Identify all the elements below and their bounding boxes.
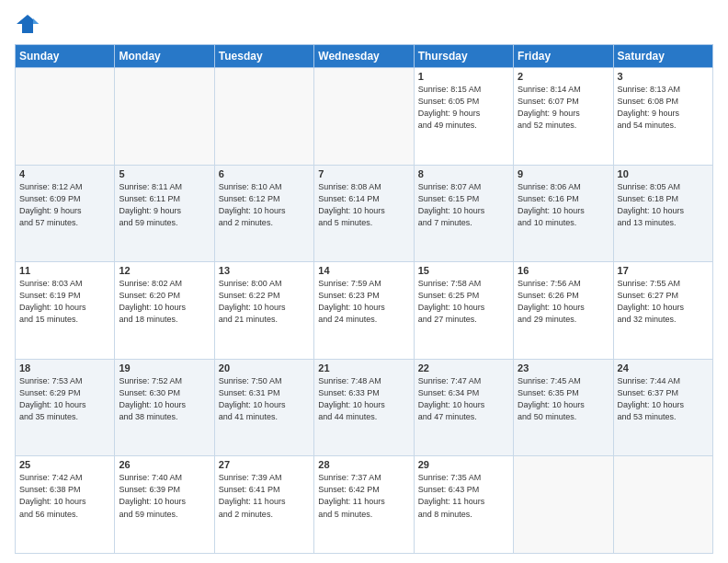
day-number: 21 xyxy=(318,362,409,373)
week-row-2: 11Sunrise: 8:03 AMSunset: 6:19 PMDayligh… xyxy=(16,262,713,360)
day-number: 28 xyxy=(318,459,409,470)
calendar-cell xyxy=(314,68,414,166)
day-info: Sunrise: 7:37 AMSunset: 6:42 PMDaylight:… xyxy=(318,472,409,520)
svg-marker-1 xyxy=(33,18,39,24)
week-row-0: 1Sunrise: 8:15 AMSunset: 6:05 PMDaylight… xyxy=(16,68,713,166)
day-number: 8 xyxy=(418,168,509,179)
day-number: 24 xyxy=(618,362,709,373)
calendar-cell xyxy=(514,456,613,554)
day-number: 17 xyxy=(618,265,709,276)
day-number: 1 xyxy=(418,71,509,82)
header xyxy=(15,11,713,37)
weekday-header-thursday: Thursday xyxy=(414,45,513,68)
day-number: 12 xyxy=(119,265,210,276)
calendar-cell: 18Sunrise: 7:53 AMSunset: 6:29 PMDayligh… xyxy=(16,359,115,456)
logo-icon xyxy=(15,11,40,37)
weekday-header-saturday: Saturday xyxy=(613,45,712,68)
day-info: Sunrise: 8:12 AMSunset: 6:09 PMDaylight:… xyxy=(19,181,110,229)
day-number: 23 xyxy=(518,362,609,373)
day-number: 27 xyxy=(219,459,310,470)
calendar-cell xyxy=(115,68,214,166)
day-number: 15 xyxy=(418,265,509,276)
day-number: 19 xyxy=(119,362,210,373)
day-info: Sunrise: 7:58 AMSunset: 6:25 PMDaylight:… xyxy=(418,278,509,326)
calendar-cell: 3Sunrise: 8:13 AMSunset: 6:08 PMDaylight… xyxy=(613,68,712,166)
day-number: 11 xyxy=(19,265,110,276)
calendar-cell xyxy=(613,456,712,554)
calendar-cell: 20Sunrise: 7:50 AMSunset: 6:31 PMDayligh… xyxy=(214,359,313,456)
day-info: Sunrise: 7:45 AMSunset: 6:35 PMDaylight:… xyxy=(518,375,609,423)
day-number: 7 xyxy=(318,168,409,179)
day-info: Sunrise: 7:40 AMSunset: 6:39 PMDaylight:… xyxy=(119,472,210,520)
calendar-cell: 2Sunrise: 8:14 AMSunset: 6:07 PMDaylight… xyxy=(514,68,613,166)
calendar-cell: 17Sunrise: 7:55 AMSunset: 6:27 PMDayligh… xyxy=(613,262,712,360)
calendar-cell: 14Sunrise: 7:59 AMSunset: 6:23 PMDayligh… xyxy=(314,262,414,360)
weekday-header-sunday: Sunday xyxy=(16,45,115,68)
calendar-cell: 29Sunrise: 7:35 AMSunset: 6:43 PMDayligh… xyxy=(414,456,513,554)
calendar-cell: 15Sunrise: 7:58 AMSunset: 6:25 PMDayligh… xyxy=(414,262,513,360)
calendar-cell: 1Sunrise: 8:15 AMSunset: 6:05 PMDaylight… xyxy=(414,68,513,166)
day-info: Sunrise: 8:10 AMSunset: 6:12 PMDaylight:… xyxy=(219,181,310,229)
week-row-3: 18Sunrise: 7:53 AMSunset: 6:29 PMDayligh… xyxy=(16,359,713,456)
day-info: Sunrise: 7:42 AMSunset: 6:38 PMDaylight:… xyxy=(19,472,110,520)
day-number: 20 xyxy=(219,362,310,373)
day-number: 16 xyxy=(518,265,609,276)
day-number: 2 xyxy=(518,71,609,82)
calendar-cell: 22Sunrise: 7:47 AMSunset: 6:34 PMDayligh… xyxy=(414,359,513,456)
calendar-cell: 9Sunrise: 8:06 AMSunset: 6:16 PMDaylight… xyxy=(514,165,613,262)
day-number: 5 xyxy=(119,168,210,179)
calendar-cell: 16Sunrise: 7:56 AMSunset: 6:26 PMDayligh… xyxy=(514,262,613,360)
day-number: 13 xyxy=(219,265,310,276)
day-number: 6 xyxy=(219,168,310,179)
page: SundayMondayTuesdayWednesdayThursdayFrid… xyxy=(0,0,728,563)
day-info: Sunrise: 8:15 AMSunset: 6:05 PMDaylight:… xyxy=(418,84,509,132)
day-number: 10 xyxy=(618,168,709,179)
calendar-cell xyxy=(214,68,313,166)
day-info: Sunrise: 7:39 AMSunset: 6:41 PMDaylight:… xyxy=(219,472,310,520)
day-info: Sunrise: 8:13 AMSunset: 6:08 PMDaylight:… xyxy=(618,84,709,132)
day-number: 25 xyxy=(19,459,110,470)
calendar-cell: 19Sunrise: 7:52 AMSunset: 6:30 PMDayligh… xyxy=(115,359,214,456)
day-info: Sunrise: 8:05 AMSunset: 6:18 PMDaylight:… xyxy=(618,181,709,229)
day-number: 9 xyxy=(518,168,609,179)
day-info: Sunrise: 7:47 AMSunset: 6:34 PMDaylight:… xyxy=(418,375,509,423)
day-info: Sunrise: 8:14 AMSunset: 6:07 PMDaylight:… xyxy=(518,84,609,132)
calendar-cell: 6Sunrise: 8:10 AMSunset: 6:12 PMDaylight… xyxy=(214,165,313,262)
calendar-cell: 26Sunrise: 7:40 AMSunset: 6:39 PMDayligh… xyxy=(115,456,214,554)
calendar-cell: 13Sunrise: 8:00 AMSunset: 6:22 PMDayligh… xyxy=(214,262,313,360)
weekday-header-friday: Friday xyxy=(514,45,613,68)
day-number: 4 xyxy=(19,168,110,179)
day-info: Sunrise: 7:59 AMSunset: 6:23 PMDaylight:… xyxy=(318,278,409,326)
calendar-cell: 12Sunrise: 8:02 AMSunset: 6:20 PMDayligh… xyxy=(115,262,214,360)
day-info: Sunrise: 7:56 AMSunset: 6:26 PMDaylight:… xyxy=(518,278,609,326)
day-info: Sunrise: 8:08 AMSunset: 6:14 PMDaylight:… xyxy=(318,181,409,229)
day-info: Sunrise: 7:50 AMSunset: 6:31 PMDaylight:… xyxy=(219,375,310,423)
week-row-4: 25Sunrise: 7:42 AMSunset: 6:38 PMDayligh… xyxy=(16,456,713,554)
day-info: Sunrise: 8:11 AMSunset: 6:11 PMDaylight:… xyxy=(119,181,210,229)
day-info: Sunrise: 7:52 AMSunset: 6:30 PMDaylight:… xyxy=(119,375,210,423)
weekday-header-monday: Monday xyxy=(115,45,214,68)
day-info: Sunrise: 8:03 AMSunset: 6:19 PMDaylight:… xyxy=(19,278,110,326)
calendar-cell: 23Sunrise: 7:45 AMSunset: 6:35 PMDayligh… xyxy=(514,359,613,456)
weekday-header-row: SundayMondayTuesdayWednesdayThursdayFrid… xyxy=(16,45,713,68)
calendar-cell: 11Sunrise: 8:03 AMSunset: 6:19 PMDayligh… xyxy=(16,262,115,360)
day-info: Sunrise: 7:55 AMSunset: 6:27 PMDaylight:… xyxy=(618,278,709,326)
logo xyxy=(15,11,42,37)
calendar-cell: 4Sunrise: 8:12 AMSunset: 6:09 PMDaylight… xyxy=(16,165,115,262)
calendar-cell: 10Sunrise: 8:05 AMSunset: 6:18 PMDayligh… xyxy=(613,165,712,262)
calendar-cell: 25Sunrise: 7:42 AMSunset: 6:38 PMDayligh… xyxy=(16,456,115,554)
calendar-cell: 5Sunrise: 8:11 AMSunset: 6:11 PMDaylight… xyxy=(115,165,214,262)
calendar-cell: 24Sunrise: 7:44 AMSunset: 6:37 PMDayligh… xyxy=(613,359,712,456)
day-number: 22 xyxy=(418,362,509,373)
calendar-cell: 27Sunrise: 7:39 AMSunset: 6:41 PMDayligh… xyxy=(214,456,313,554)
day-info: Sunrise: 8:00 AMSunset: 6:22 PMDaylight:… xyxy=(219,278,310,326)
day-number: 14 xyxy=(318,265,409,276)
calendar-table: SundayMondayTuesdayWednesdayThursdayFrid… xyxy=(15,44,713,554)
week-row-1: 4Sunrise: 8:12 AMSunset: 6:09 PMDaylight… xyxy=(16,165,713,262)
calendar-cell: 8Sunrise: 8:07 AMSunset: 6:15 PMDaylight… xyxy=(414,165,513,262)
day-info: Sunrise: 7:35 AMSunset: 6:43 PMDaylight:… xyxy=(418,472,509,520)
day-info: Sunrise: 7:53 AMSunset: 6:29 PMDaylight:… xyxy=(19,375,110,423)
day-info: Sunrise: 8:06 AMSunset: 6:16 PMDaylight:… xyxy=(518,181,609,229)
day-info: Sunrise: 8:07 AMSunset: 6:15 PMDaylight:… xyxy=(418,181,509,229)
day-number: 18 xyxy=(19,362,110,373)
